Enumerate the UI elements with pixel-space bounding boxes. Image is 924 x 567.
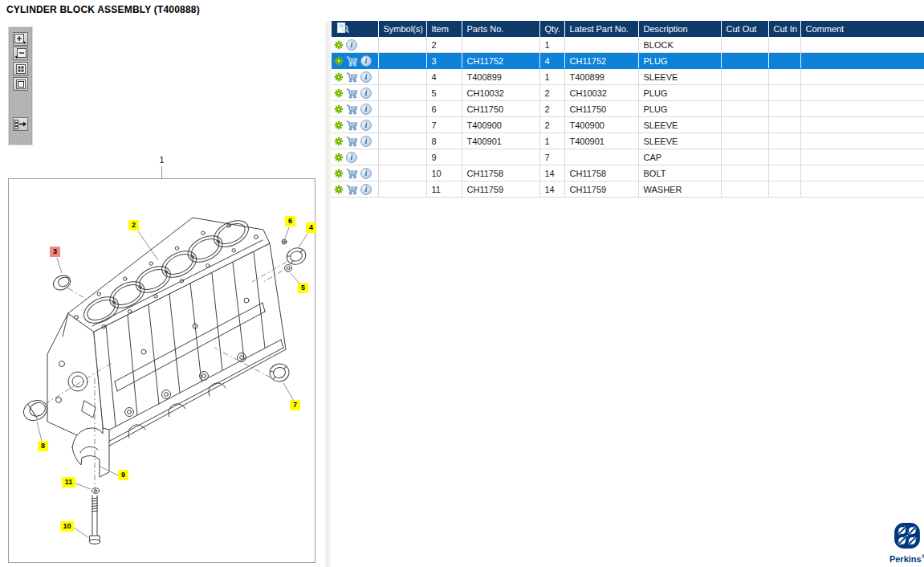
cell-latest-part-no: CH11752	[564, 53, 638, 69]
callout-10[interactable]: 10	[60, 521, 74, 532]
cell-description: PLUG	[638, 85, 721, 101]
cell-cut-in	[768, 133, 800, 149]
cell-item: 10	[426, 165, 462, 182]
cart-icon[interactable]	[346, 168, 358, 179]
parts-row[interactable]: i8T4009011T400901SLEEVE	[332, 133, 924, 149]
callout-8[interactable]: 8	[38, 441, 48, 451]
gear-icon[interactable]	[334, 185, 344, 194]
callout-5[interactable]: 5	[298, 283, 308, 293]
parts-row[interactable]: i7T4009002T400900SLEEVE	[332, 117, 924, 133]
info-icon[interactable]: i	[360, 55, 372, 67]
gear-icon[interactable]	[334, 104, 344, 114]
zoom-out-icon	[14, 48, 26, 59]
cell-cut-out	[721, 165, 768, 182]
parts-row[interactable]: i3CH117524CH11752PLUG	[332, 53, 924, 69]
cell-qty: 2	[539, 85, 564, 101]
callout-2[interactable]: 2	[128, 220, 139, 230]
info-icon[interactable]: i	[346, 39, 357, 51]
info-icon[interactable]: i	[360, 88, 372, 99]
parts-row[interactable]: i4T4008991T400899SLEEVE	[332, 69, 924, 85]
cart-icon[interactable]	[346, 184, 358, 195]
cell-comment	[800, 85, 924, 101]
cell-symbols	[378, 85, 426, 101]
cart-icon[interactable]	[346, 88, 358, 99]
parts-row[interactable]: i11CH1175914CH11759WASHER	[332, 182, 924, 198]
row-actions-cell: i	[332, 117, 378, 133]
cell-cut-in	[768, 182, 800, 198]
cart-icon[interactable]	[346, 136, 358, 147]
cell-parts-no: T400899	[462, 69, 539, 85]
zoom-in-icon	[14, 34, 26, 44]
parts-row[interactable]: i10CH1175814CH11758BOLT	[332, 165, 924, 182]
parts-table-panel: Symbol(s)ItemParts No.Qty.Latest Part No…	[332, 21, 924, 198]
cell-qty: 2	[539, 117, 564, 133]
info-icon[interactable]: i	[360, 184, 372, 195]
callout-1-stem	[161, 166, 162, 178]
info-icon[interactable]: i	[360, 120, 372, 131]
gear-icon[interactable]	[334, 56, 344, 66]
perkins-logo: Perkins®	[888, 521, 924, 564]
parts-row[interactable]: i6CH117502CH11750PLUG	[332, 101, 924, 117]
info-icon[interactable]: i	[360, 104, 372, 115]
diagram-panel: 2 3 4 5 6 7 8 9 10 11	[8, 178, 315, 563]
parts-row[interactable]: i5CH100322CH10032PLUG	[332, 85, 924, 101]
cell-symbols	[378, 149, 426, 165]
row-actions-cell: i	[332, 182, 378, 198]
cell-parts-no: CH11750	[462, 101, 539, 117]
gear-icon[interactable]	[334, 72, 344, 82]
pane-splitter[interactable]	[325, 21, 331, 567]
fit-view-button[interactable]	[13, 77, 28, 91]
tile-view-button[interactable]	[13, 62, 28, 75]
cell-latest-part-no: CH10032	[564, 85, 638, 101]
zoom-in-button[interactable]	[13, 32, 28, 46]
info-icon[interactable]: i	[360, 71, 372, 83]
page-title: CYLINDER BLOCK ASSEMBLY (T400888)	[6, 4, 200, 15]
callout-6[interactable]: 6	[285, 216, 295, 226]
cell-comment	[800, 37, 924, 53]
gear-icon[interactable]	[334, 40, 344, 50]
cell-qty: 1	[539, 133, 564, 149]
cell-symbols	[378, 117, 426, 133]
cell-symbols	[378, 133, 426, 149]
cart-icon[interactable]	[346, 104, 358, 115]
cart-icon[interactable]	[346, 55, 358, 67]
cell-latest-part-no: CH11758	[564, 165, 638, 182]
cell-parts-no	[462, 149, 539, 165]
column-header-item: Item	[426, 21, 462, 37]
info-icon[interactable]: i	[360, 168, 372, 179]
column-header-symbol-s: Symbol(s)	[378, 21, 426, 37]
row-actions-cell: i	[332, 37, 378, 53]
callout-9[interactable]: 9	[118, 470, 128, 480]
cell-comment	[800, 182, 924, 198]
callout-4[interactable]: 4	[306, 222, 316, 233]
callout-7[interactable]: 7	[290, 400, 300, 410]
cell-parts-no	[462, 37, 539, 53]
gear-icon[interactable]	[334, 137, 344, 146]
cell-parts-no: T400900	[462, 117, 539, 133]
gear-icon[interactable]	[334, 88, 344, 98]
info-icon[interactable]: i	[346, 152, 357, 163]
column-header-qty: Qty.	[539, 21, 564, 37]
cart-icon[interactable]	[346, 120, 358, 131]
gear-icon[interactable]	[334, 120, 344, 130]
zoom-out-button[interactable]	[13, 47, 28, 60]
cell-parts-no: CH10032	[462, 85, 539, 101]
cell-comment	[800, 165, 924, 182]
parts-row[interactable]: i21BLOCK	[332, 37, 924, 53]
cell-latest-part-no: T400899	[564, 69, 638, 85]
cell-parts-no: T400901	[462, 133, 539, 149]
cart-icon[interactable]	[346, 71, 358, 83]
cell-qty: 14	[539, 165, 564, 182]
parts-row[interactable]: i97CAP	[332, 149, 924, 165]
cell-description: CAP	[638, 149, 721, 165]
cell-latest-part-no: T400901	[564, 133, 638, 149]
callout-11[interactable]: 11	[62, 477, 75, 487]
cell-cut-out	[721, 133, 768, 149]
info-icon[interactable]: i	[360, 136, 372, 147]
cell-item: 5	[426, 85, 462, 101]
toggle-panel-button[interactable]	[13, 117, 28, 131]
callout-3[interactable]: 3	[50, 247, 60, 257]
gear-icon[interactable]	[334, 153, 344, 162]
cell-description: SLEEVE	[638, 133, 721, 149]
gear-icon[interactable]	[334, 169, 344, 178]
